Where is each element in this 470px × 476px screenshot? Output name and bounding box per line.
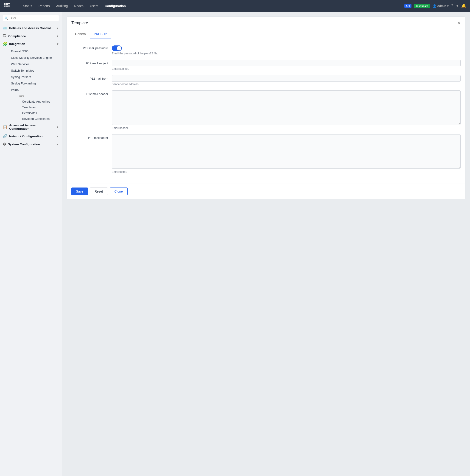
p12-mail-subject-hint: Email subject. [112,67,461,70]
chevron-up-icon-5: ▲ [56,143,59,146]
topnav: Status Reports Auditing Nodes Users Conf… [0,0,470,12]
template-title: Template [71,21,88,25]
sidebar-item-switch-templates[interactable]: Switch Templates [8,68,62,74]
pki-group-label: PKI [8,93,62,99]
section-system-config: ⚙ System Configuration ▲ [0,140,62,148]
nav-status[interactable]: Status [20,3,35,9]
reset-button[interactable]: Reset [90,187,108,195]
sidebar-item-syslog-parsers[interactable]: Syslog Parsers [8,74,62,80]
topnav-right: API dashboard 👤 admin ▾ ? ✦ 🔔 [404,3,466,8]
shield-icon: 🛡 [3,34,6,38]
cog-icon: ⚙ [3,142,6,146]
user-menu[interactable]: 👤 admin ▾ [433,4,449,8]
svg-rect-6 [8,6,10,7]
template-header: Template ✕ [67,17,465,29]
app-logo[interactable] [4,2,13,10]
section-integration: 🧩 Integration ▼ Firewall SSO Cisco Mobil… [0,40,62,122]
svg-rect-2 [6,3,8,5]
sidebar-item-web-services[interactable]: Web Services [8,61,62,67]
tabs-bar: General PKCS 12 [67,29,465,39]
p12-mail-from-field: Sender email address. [112,75,461,86]
network-icon: 🔗 [3,134,7,138]
p12-mail-footer-label: P12 mail footer [71,134,108,139]
main-content: Template ✕ General PKCS 12 P12 mail pass… [62,12,470,476]
section-network-config-header[interactable]: 🔗 Network Configuration ▲ [0,132,62,140]
bell-icon[interactable]: 🔔 [461,3,466,8]
form-body: P12 mail password Email the password of … [67,39,465,184]
sidebar-item-wrix[interactable]: WRIX [8,87,62,93]
section-advanced-access-label: Advanced Access Configuration [9,123,54,130]
section-integration-header[interactable]: 🧩 Integration ▼ [0,40,62,48]
dashboard-badge[interactable]: dashboard [414,4,430,8]
p12-mail-footer-field: Email footer. [112,134,461,173]
section-advanced-access: 📋 Advanced Access Configuration ▲ [0,122,62,132]
sidebar-filter-container: 🔍 [3,15,59,21]
svg-rect-5 [8,5,10,5]
section-system-config-header[interactable]: ⚙ System Configuration ▲ [0,140,62,148]
p12-mail-footer-hint: Email footer. [112,170,461,173]
id-card-icon: 🪪 [3,26,7,30]
p12-mail-password-toggle[interactable] [112,45,122,51]
section-policies-label: Policies and Access Control [9,26,54,30]
tab-general[interactable]: General [71,29,90,39]
sidebar-filter-input[interactable] [3,15,59,21]
user-icon: 👤 [433,4,436,8]
section-network-config: 🔗 Network Configuration ▲ [0,132,62,140]
main-layout: 🔍 🪪 Policies and Access Control ▲ 🛡 Comp… [0,12,470,476]
section-compliance-header[interactable]: 🛡 Compliance ▲ [0,32,62,40]
section-policies: 🪪 Policies and Access Control ▲ [0,24,62,32]
integration-subitems: Firewall SSO Cisco Mobility Services Eng… [0,48,62,122]
section-advanced-access-header[interactable]: 📋 Advanced Access Configuration ▲ [0,122,62,132]
p12-mail-from-input[interactable] [112,75,461,82]
form-row-header: P12 mail header Email header. [71,90,461,130]
username: admin [437,4,446,8]
puzzle-icon: 🧩 [3,42,7,46]
p12-mail-footer-textarea[interactable] [112,134,461,169]
p12-mail-header-field: Email header. [112,90,461,130]
p12-mail-subject-label: P12 mail subject [71,60,108,65]
sidebar-item-templates[interactable]: Templates [8,104,62,110]
search-icon: 🔍 [5,16,8,20]
p12-mail-password-hint: Email the password of the pkcs12 file. [112,52,461,55]
nav-users[interactable]: Users [87,3,101,9]
form-row-footer: P12 mail footer Email footer. [71,134,461,173]
chevron-down-icon: ▾ [447,4,449,8]
nav-reports[interactable]: Reports [36,3,52,9]
sidebar-item-certificate-authorities[interactable]: Certificate Authorities [8,99,62,104]
list-icon: 📋 [3,125,7,129]
tab-pkcs12[interactable]: PKCS 12 [90,29,111,39]
section-compliance: 🛡 Compliance ▲ [0,32,62,40]
p12-mail-subject-input[interactable] [112,60,461,66]
sidebar-item-revoked-certificates[interactable]: Revoked Certificates [8,116,62,122]
sidebar-item-syslog-forwarding[interactable]: Syslog Forwarding [8,80,62,86]
p12-mail-from-hint: Sender email address. [112,83,461,86]
section-policies-header[interactable]: 🪪 Policies and Access Control ▲ [0,24,62,32]
sidebar-item-cisco-mobility[interactable]: Cisco Mobility Services Engine [8,55,62,61]
tools-icon[interactable]: ✦ [455,3,459,8]
section-integration-label: Integration [9,42,54,46]
api-badge[interactable]: API [404,4,411,8]
clone-button[interactable]: Clone [110,187,128,195]
form-footer: Save Reset Clone [67,184,465,199]
sidebar-item-firewall-sso[interactable]: Firewall SSO [8,48,62,54]
svg-rect-3 [6,5,8,7]
chevron-up-icon-2: ▲ [56,34,59,38]
form-row-from: P12 mail from Sender email address. [71,75,461,86]
sidebar: 🔍 🪪 Policies and Access Control ▲ 🛡 Comp… [0,12,62,476]
sidebar-item-certificates[interactable]: Certificates [8,110,62,116]
close-button[interactable]: ✕ [457,20,461,25]
nav-configuration[interactable]: Configuration [102,3,129,9]
p12-mail-header-textarea[interactable] [112,90,461,125]
p12-mail-subject-field: Email subject. [112,60,461,70]
save-button[interactable]: Save [71,187,88,195]
chevron-up-icon: ▲ [56,27,59,30]
p12-mail-header-hint: Email header. [112,126,461,130]
nav-nodes[interactable]: Nodes [71,3,86,9]
chevron-up-icon-4: ▲ [56,135,59,138]
help-icon[interactable]: ? [451,4,453,8]
nav-items: Status Reports Auditing Nodes Users Conf… [20,3,399,9]
p12-mail-password-toggle-wrap [112,45,461,51]
nav-auditing[interactable]: Auditing [53,3,71,9]
section-compliance-label: Compliance [8,34,54,38]
p12-mail-password-field: Email the password of the pkcs12 file. [112,45,461,55]
